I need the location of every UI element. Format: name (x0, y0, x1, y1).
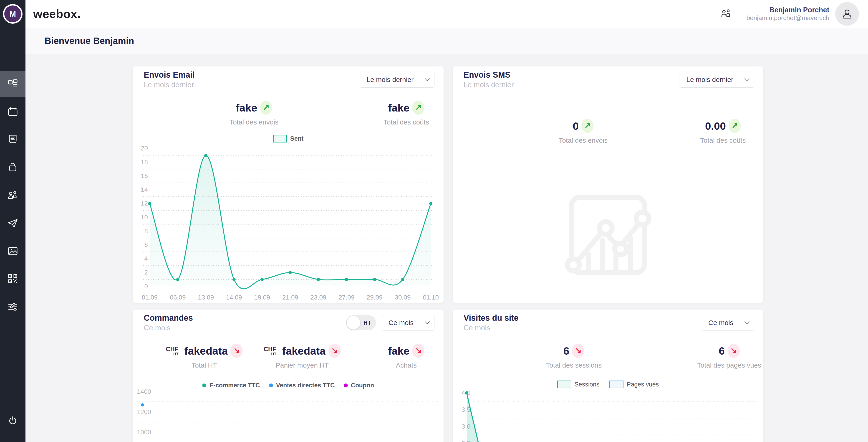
stat-total-envois: fake ↗ Total des envois (229, 100, 278, 126)
period-selector-value: Le mois dernier (680, 72, 740, 87)
svg-text:4: 4 (144, 255, 148, 262)
email-line-chart: 0246810121416182001.0906.0913.0914.0919.… (135, 146, 440, 303)
svg-text:0: 0 (144, 283, 148, 290)
svg-text:1200: 1200 (137, 408, 151, 415)
image-icon (7, 246, 18, 256)
trend-down-icon: ↘ (572, 344, 584, 358)
svg-text:13.09: 13.09 (198, 294, 214, 301)
weebox-logo: weebox. (33, 7, 81, 21)
trend-up-icon: ↗ (412, 100, 425, 115)
commandes-chart: 140012001000 (135, 387, 441, 442)
card-title: Visites du site (464, 313, 702, 323)
chevron-down-icon (420, 72, 434, 87)
chart-placeholder-icon (562, 189, 653, 281)
card-header: Envois Email Le mois dernier Le mois der… (133, 66, 443, 93)
chart-legend: Sent (133, 135, 443, 143)
period-selector[interactable]: Ce mois (702, 315, 754, 331)
card-titles: Visites du site Ce mois (464, 313, 702, 332)
topbar-right-cluster: Benjamin Porchet benjamin.porchet@maven.… (715, 0, 859, 28)
svg-text:16: 16 (141, 172, 148, 179)
svg-text:8: 8 (144, 228, 148, 235)
svg-text:2: 2 (144, 269, 148, 276)
stat-total-couts-sms: 0.00 ↗ Total des coûts (700, 119, 746, 144)
contacts-button[interactable] (715, 0, 737, 28)
dashboard-icon (7, 79, 18, 89)
svg-text:1400: 1400 (137, 388, 151, 395)
divider (737, 7, 737, 21)
stat-total-envois-sms: 0 ↗ Total des envois (559, 119, 608, 144)
stat-total-couts: fake ↗ Total des coûts (383, 100, 429, 126)
card-header: Visites du site Ce mois Ce mois (453, 310, 763, 336)
toggle-knob (347, 316, 360, 330)
stat-total-ht: CHF HT fakedata ↘ Total HT (166, 344, 243, 369)
top-bar: weebox. Benjamin Porchet benjamin.porche… (0, 0, 868, 28)
period-selector[interactable]: Le mois dernier (360, 72, 434, 88)
qr-code-icon (7, 273, 18, 284)
period-selector-value: Ce mois (382, 315, 420, 330)
welcome-band: Bienvenue Benjamin (26, 28, 868, 54)
svg-text:01.10: 01.10 (423, 294, 439, 301)
sidebar-item-calendar[interactable] (0, 99, 26, 125)
trend-down-icon: ↘ (329, 344, 341, 358)
card-titles: Envois SMS Le mois dernier (464, 70, 680, 89)
period-selector-value: Ce mois (702, 315, 740, 330)
user-name: Benjamin Porchet (746, 6, 829, 14)
period-selector[interactable]: Ce mois (382, 315, 434, 331)
period-selector-value: Le mois dernier (360, 72, 420, 87)
svg-text:14.09: 14.09 (226, 294, 242, 301)
sidebar-item-logout[interactable] (0, 408, 26, 434)
svg-text:30.09: 30.09 (395, 294, 410, 301)
card-titles: Commandes Ce mois (144, 313, 346, 332)
svg-text:1000: 1000 (137, 429, 151, 436)
visites-chart: 4.03.53.02.5 (455, 387, 761, 442)
stat-panier-moyen: CHF HT fakedata ↘ Panier moyen HT (264, 344, 341, 369)
svg-text:10: 10 (141, 214, 148, 221)
trend-down-icon: ↘ (727, 344, 740, 358)
card-envois-email: Envois Email Le mois dernier Le mois der… (133, 66, 443, 303)
page-title: Bienvenue Benjamin (44, 36, 134, 46)
user-avatar[interactable] (835, 2, 859, 26)
ht-toggle[interactable]: HT (346, 315, 376, 330)
sliders-icon (7, 301, 18, 312)
period-selector[interactable]: Le mois dernier (680, 72, 754, 88)
sidebar-item-customers[interactable] (0, 182, 26, 208)
card-titles: Envois Email Le mois dernier (144, 70, 360, 89)
card-title: Commandes (144, 313, 346, 323)
sidebar-nav: M (0, 0, 26, 442)
sidebar-item-campaigns[interactable] (0, 210, 26, 236)
person-icon (841, 7, 854, 20)
workspace-badge[interactable]: M (3, 4, 23, 24)
calendar-icon (7, 107, 18, 117)
svg-text:6: 6 (144, 241, 148, 248)
card-visites-du-site: Visites du site Ce mois Ce mois 6 ↘ Tota… (453, 310, 763, 442)
legend-item-sent: Sent (273, 135, 304, 143)
user-email: benjamin.porchet@maven.ch (746, 14, 829, 22)
svg-text:06.09: 06.09 (170, 294, 186, 301)
card-envois-sms: Envois SMS Le mois dernier Le mois derni… (453, 66, 763, 303)
chevron-down-icon (420, 315, 434, 330)
svg-text:12: 12 (141, 200, 148, 207)
card-subtitle: Ce mois (144, 324, 346, 332)
user-info: Benjamin Porchet benjamin.porchet@maven.… (746, 6, 829, 22)
sidebar-item-invoices[interactable] (0, 126, 26, 152)
trend-down-icon: ↘ (412, 344, 425, 358)
svg-text:20: 20 (141, 146, 148, 152)
power-icon (7, 415, 18, 426)
trend-up-icon: ↗ (728, 119, 741, 133)
sidebar-item-qr-codes[interactable] (0, 266, 26, 292)
svg-text:19.09: 19.09 (254, 294, 270, 301)
sidebar-item-shop[interactable] (0, 154, 26, 180)
stat-total-sessions: 6 ↘ Total des sessions (546, 344, 602, 369)
svg-text:14: 14 (141, 186, 148, 193)
shopping-bag-icon (7, 162, 18, 173)
sidebar-item-settings[interactable] (0, 294, 26, 320)
sidebar-item-dashboard[interactable] (0, 71, 26, 97)
card-title: Envois SMS (464, 70, 680, 80)
sidebar-item-media[interactable] (0, 238, 26, 264)
card-title: Envois Email (144, 70, 360, 80)
card-subtitle: Ce mois (464, 324, 702, 332)
customers-icon (7, 190, 18, 201)
dashboard-page: weebox. Benjamin Porchet benjamin.porche… (0, 0, 868, 442)
svg-text:01.09: 01.09 (142, 294, 158, 301)
trend-up-icon: ↗ (260, 100, 272, 115)
